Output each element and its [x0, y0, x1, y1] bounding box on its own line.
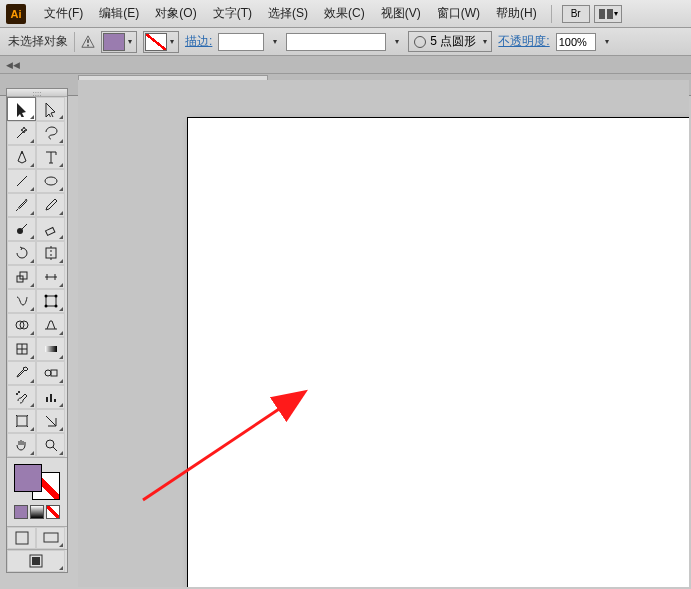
- options-bar: 未选择对象 ▾ ▾ 描边: ▾ ▾ 5 点圆形 ▾ 不透明度: ▾: [0, 28, 691, 56]
- separator: [74, 32, 75, 52]
- magic-wand-tool[interactable]: [7, 121, 36, 145]
- menu-select[interactable]: 选择(S): [260, 1, 316, 26]
- paintbrush-tool[interactable]: [7, 193, 36, 217]
- reflect-tool[interactable]: [36, 241, 65, 265]
- svg-rect-33: [54, 399, 56, 402]
- svg-rect-4: [87, 44, 89, 46]
- opacity-caret[interactable]: ▾: [602, 37, 612, 46]
- menu-edit[interactable]: 编辑(E): [91, 1, 147, 26]
- artboard-tool[interactable]: [7, 409, 36, 433]
- shape-builder-tool[interactable]: [7, 313, 36, 337]
- menu-view[interactable]: 视图(V): [373, 1, 429, 26]
- gradient-mode[interactable]: [30, 505, 44, 519]
- brush-preset-label: 5 点圆形: [430, 33, 480, 50]
- panel-grip[interactable]: ::::: [7, 89, 67, 97]
- warp-tool[interactable]: [7, 289, 36, 313]
- bridge-button[interactable]: Br: [562, 5, 590, 23]
- stroke-label[interactable]: 描边:: [185, 33, 212, 50]
- hand-tool[interactable]: [7, 433, 36, 457]
- eraser-tool[interactable]: [36, 217, 65, 241]
- fill-color-swatch[interactable]: [14, 464, 42, 492]
- none-mode[interactable]: [46, 505, 60, 519]
- svg-point-19: [44, 305, 47, 308]
- color-mode[interactable]: [14, 505, 28, 519]
- svg-rect-12: [46, 248, 56, 258]
- svg-point-17: [44, 295, 47, 298]
- line-segment-tool[interactable]: [7, 169, 36, 193]
- menu-window[interactable]: 窗口(W): [429, 1, 488, 26]
- ellipse-tool[interactable]: [36, 169, 65, 193]
- artboard[interactable]: [188, 118, 689, 587]
- menu-type[interactable]: 文字(T): [205, 1, 260, 26]
- opacity-input[interactable]: [556, 33, 596, 51]
- symbol-sprayer-tool[interactable]: [7, 385, 36, 409]
- svg-point-9: [45, 177, 57, 185]
- variable-width-caret[interactable]: ▾: [392, 37, 402, 46]
- opacity-label[interactable]: 不透明度:: [498, 33, 549, 50]
- svg-rect-38: [44, 533, 58, 542]
- free-transform-tool[interactable]: [36, 289, 65, 313]
- svg-point-20: [54, 305, 57, 308]
- svg-line-36: [53, 447, 57, 451]
- screen-mode[interactable]: [36, 527, 65, 549]
- zoom-tool[interactable]: [36, 433, 65, 457]
- type-tool[interactable]: [36, 145, 65, 169]
- pencil-tool[interactable]: [36, 193, 65, 217]
- tools-panel: ::::: [6, 88, 68, 573]
- slice-tool[interactable]: [36, 409, 65, 433]
- perspective-grid-tool[interactable]: [36, 313, 65, 337]
- svg-rect-0: [599, 9, 605, 19]
- blend-tool[interactable]: [36, 361, 65, 385]
- svg-rect-40: [32, 557, 40, 565]
- variable-width-input[interactable]: [286, 33, 386, 51]
- lasso-tool[interactable]: [36, 121, 65, 145]
- svg-rect-31: [46, 397, 48, 402]
- pen-tool[interactable]: [7, 145, 36, 169]
- separator: [551, 5, 552, 23]
- svg-rect-28: [51, 370, 57, 376]
- svg-point-18: [54, 295, 57, 298]
- selection-status: 未选择对象: [8, 33, 68, 50]
- fill-stroke-swatch[interactable]: [14, 464, 60, 500]
- menu-effect[interactable]: 效果(C): [316, 1, 373, 26]
- svg-rect-37: [16, 532, 28, 544]
- arrange-button[interactable]: ▾: [594, 5, 622, 23]
- menu-file[interactable]: 文件(F): [36, 1, 91, 26]
- svg-point-29: [16, 393, 18, 395]
- stroke-swatch[interactable]: ▾: [143, 31, 179, 53]
- direct-selection-tool[interactable]: [36, 97, 65, 121]
- brush-preset[interactable]: 5 点圆形 ▾: [408, 31, 492, 52]
- panel-collapse-icon[interactable]: ◀◀: [6, 60, 20, 70]
- svg-line-8: [17, 176, 27, 186]
- svg-point-30: [18, 391, 20, 393]
- draw-mode[interactable]: [7, 527, 36, 549]
- mesh-tool[interactable]: [7, 337, 36, 361]
- stroke-weight-caret[interactable]: ▾: [270, 37, 280, 46]
- svg-rect-1: [607, 9, 613, 19]
- column-graph-tool[interactable]: [36, 385, 65, 409]
- width-tool[interactable]: [36, 265, 65, 289]
- svg-point-7: [21, 152, 23, 154]
- svg-point-35: [46, 440, 54, 448]
- fill-swatch[interactable]: ▾: [101, 31, 137, 53]
- change-screen-mode[interactable]: [7, 550, 65, 572]
- svg-rect-11: [45, 227, 54, 235]
- menu-bar: Ai 文件(F) 编辑(E) 对象(O) 文字(T) 选择(S) 效果(C) 视…: [0, 0, 691, 28]
- warning-icon: [81, 35, 95, 49]
- menu-object[interactable]: 对象(O): [147, 1, 204, 26]
- svg-rect-26: [45, 346, 57, 352]
- selection-tool[interactable]: [7, 97, 36, 121]
- svg-point-27: [45, 370, 51, 376]
- gradient-tool[interactable]: [36, 337, 65, 361]
- canvas-area[interactable]: [78, 80, 689, 587]
- svg-rect-34: [17, 416, 27, 426]
- rotate-tool[interactable]: [7, 241, 36, 265]
- blob-brush-tool[interactable]: [7, 217, 36, 241]
- menu-help[interactable]: 帮助(H): [488, 1, 545, 26]
- scale-tool[interactable]: [7, 265, 36, 289]
- svg-rect-32: [50, 394, 52, 402]
- stroke-weight-input[interactable]: [218, 33, 264, 51]
- color-section: [7, 457, 67, 526]
- eyedropper-tool[interactable]: [7, 361, 36, 385]
- dock-bar: ◀◀: [0, 56, 691, 74]
